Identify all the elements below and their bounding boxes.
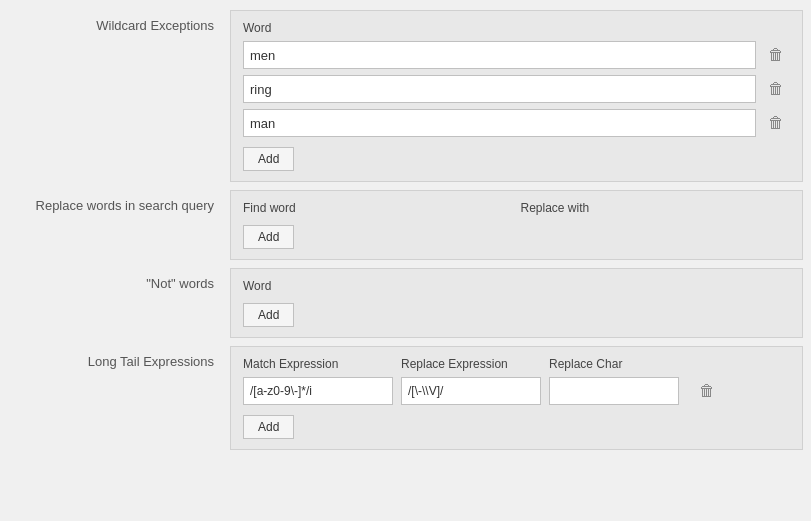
long-tail-replace-input[interactable] (401, 377, 541, 405)
wildcard-delete-1[interactable]: 🗑 (762, 78, 790, 100)
replace-label: Replace words in search query (0, 190, 230, 213)
wildcard-input-1[interactable] (243, 75, 756, 103)
wildcard-input-2[interactable] (243, 109, 756, 137)
trash-icon-2: 🗑 (768, 114, 784, 132)
replace-add-button[interactable]: Add (243, 225, 294, 249)
not-words-label: "Not" words (0, 268, 230, 291)
wildcard-add-button[interactable]: Add (243, 147, 294, 171)
page: Wildcard Exceptions Word 🗑 🗑 🗑 (0, 0, 811, 521)
long-tail-col-replace: Replace Expression (401, 357, 541, 371)
wildcard-row-2: 🗑 (243, 109, 790, 137)
wildcard-delete-0[interactable]: 🗑 (762, 44, 790, 66)
long-tail-section: Long Tail Expressions Match Expression R… (0, 346, 811, 450)
not-words-content: Word Add (230, 268, 803, 338)
wildcard-label: Wildcard Exceptions (0, 10, 230, 33)
long-tail-label: Long Tail Expressions (0, 346, 230, 369)
trash-icon-1: 🗑 (768, 80, 784, 98)
wildcard-section: Wildcard Exceptions Word 🗑 🗑 🗑 (0, 10, 811, 182)
long-tail-row-0: 🗑 (243, 377, 790, 405)
replace-col-find: Find word (243, 201, 513, 215)
wildcard-col-header: Word (243, 21, 790, 35)
wildcard-row-1: 🗑 (243, 75, 790, 103)
long-tail-delete-0[interactable]: 🗑 (693, 380, 721, 402)
long-tail-col-char: Replace Char (549, 357, 679, 371)
wildcard-row-0: 🗑 (243, 41, 790, 69)
long-tail-match-input[interactable] (243, 377, 393, 405)
wildcard-content: Word 🗑 🗑 🗑 Add (230, 10, 803, 182)
not-words-section: "Not" words Word Add (0, 268, 811, 338)
replace-headers: Find word Replace with (243, 201, 790, 215)
long-tail-char-input[interactable] (549, 377, 679, 405)
replace-section: Replace words in search query Find word … (0, 190, 811, 260)
long-tail-col-match: Match Expression (243, 357, 393, 371)
trash-icon-long-tail: 🗑 (699, 382, 715, 400)
replace-content: Find word Replace with Add (230, 190, 803, 260)
not-words-add-button[interactable]: Add (243, 303, 294, 327)
trash-icon-0: 🗑 (768, 46, 784, 64)
wildcard-input-0[interactable] (243, 41, 756, 69)
wildcard-delete-2[interactable]: 🗑 (762, 112, 790, 134)
replace-col-replace: Replace with (521, 201, 791, 215)
long-tail-headers: Match Expression Replace Expression Repl… (243, 357, 790, 371)
long-tail-content: Match Expression Replace Expression Repl… (230, 346, 803, 450)
not-words-col-header: Word (243, 279, 790, 293)
long-tail-add-button[interactable]: Add (243, 415, 294, 439)
